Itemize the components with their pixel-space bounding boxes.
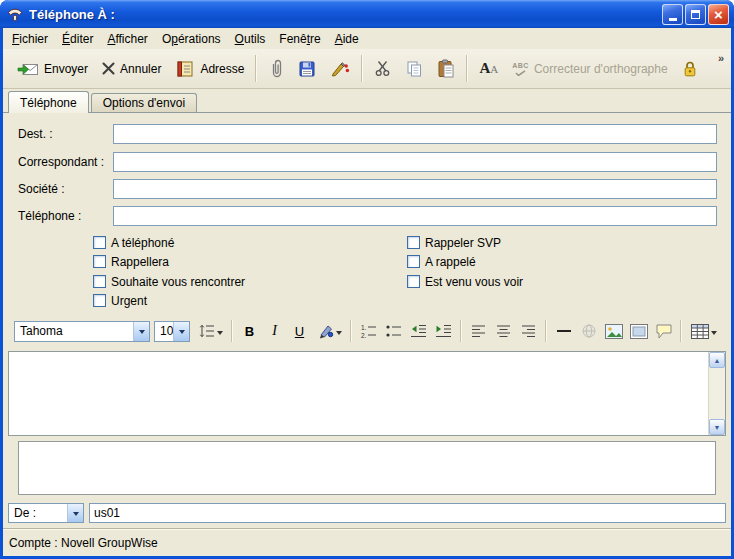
phone-icon bbox=[7, 7, 23, 22]
from-combo[interactable]: De : bbox=[8, 503, 84, 523]
titlebar[interactable]: Téléphone À : × bbox=[0, 0, 734, 28]
align-right-icon bbox=[521, 324, 536, 338]
bold-icon: B bbox=[245, 324, 254, 339]
font-aa-icon: AA bbox=[479, 61, 498, 76]
close-button[interactable]: × bbox=[708, 4, 729, 25]
minimize-button[interactable] bbox=[662, 4, 683, 25]
indent-button[interactable] bbox=[432, 320, 455, 342]
menu-item-operations[interactable]: Opérations bbox=[155, 29, 228, 49]
attach-file-button[interactable] bbox=[261, 55, 291, 83]
telephone-input[interactable] bbox=[113, 206, 717, 226]
address-label: Adresse bbox=[200, 62, 244, 76]
checkbox-box[interactable] bbox=[93, 294, 106, 307]
checkbox-a-telephone[interactable]: A téléphoné bbox=[93, 235, 174, 250]
checkbox-est-venu-vous-voir[interactable]: Est venu vous voir bbox=[407, 274, 523, 289]
tab-telephone-label: Téléphone bbox=[20, 96, 77, 110]
numbered-list-button[interactable]: 1. 2. bbox=[357, 320, 380, 342]
align-right-button[interactable] bbox=[517, 320, 540, 342]
body-scrollbar[interactable]: ▲ ▼ bbox=[708, 352, 725, 435]
svg-text:1.: 1. bbox=[361, 324, 367, 331]
tab-telephone[interactable]: Téléphone bbox=[8, 91, 89, 113]
cancel-button[interactable]: Annuler bbox=[95, 58, 168, 80]
align-center-button[interactable] bbox=[492, 320, 515, 342]
scroll-down-button[interactable]: ▼ bbox=[709, 419, 725, 435]
toolbar-separator bbox=[255, 55, 257, 82]
chevron-down-icon[interactable] bbox=[133, 322, 149, 341]
checkbox-box[interactable] bbox=[93, 236, 106, 249]
checkbox-rappellera[interactable]: Rappellera bbox=[93, 254, 169, 269]
checkbox-box[interactable] bbox=[407, 255, 420, 268]
font-button[interactable]: AA bbox=[472, 57, 505, 80]
font-family-combo[interactable]: Tahoma bbox=[14, 321, 150, 342]
maximize-button[interactable] bbox=[685, 4, 706, 25]
menu-item-afficher[interactable]: Afficher bbox=[100, 29, 154, 49]
bullet-list-button[interactable] bbox=[382, 320, 405, 342]
globe-link-icon bbox=[581, 323, 597, 339]
chevron-down-icon[interactable] bbox=[67, 504, 83, 522]
checkbox-rappeler-svp[interactable]: Rappeler SVP bbox=[407, 235, 501, 250]
toolbar-separator bbox=[231, 320, 233, 342]
message-body[interactable] bbox=[9, 352, 708, 435]
signature-button[interactable] bbox=[323, 56, 357, 82]
spellcheck-abc-icon: ABC bbox=[512, 62, 529, 76]
align-left-button[interactable] bbox=[467, 320, 490, 342]
checkbox-a-rappele[interactable]: A rappelé bbox=[407, 254, 476, 269]
send-icon bbox=[17, 60, 39, 78]
checkbox-souhaite-vous-rencontrer[interactable]: Souhaite vous rencontrer bbox=[93, 274, 245, 289]
menu-item-fichier[interactable]: Fichier bbox=[5, 29, 55, 49]
menu-item-aide[interactable]: Aide bbox=[328, 29, 366, 49]
paste-button[interactable] bbox=[430, 55, 462, 82]
field-row-societe: Société : bbox=[3, 179, 731, 199]
checkbox-label: A téléphoné bbox=[111, 236, 174, 250]
checkbox-urgent[interactable]: Urgent bbox=[93, 293, 147, 308]
menu-item-fenetre[interactable]: Fenêtre bbox=[272, 29, 327, 49]
save-button[interactable] bbox=[291, 56, 323, 82]
tab-options-envoi-label: Options d'envoi bbox=[103, 96, 185, 110]
checkbox-box[interactable] bbox=[93, 275, 106, 288]
text-color-button[interactable] bbox=[313, 320, 345, 342]
bold-button[interactable]: B bbox=[238, 320, 261, 342]
attachments-pane[interactable] bbox=[18, 441, 716, 495]
cut-button[interactable] bbox=[367, 56, 398, 81]
insert-table-button[interactable] bbox=[687, 320, 721, 342]
horizontal-rule-button[interactable] bbox=[552, 320, 575, 342]
address-book-icon bbox=[175, 60, 195, 78]
checkbox-label: Est venu vous voir bbox=[425, 275, 523, 289]
correspondant-input[interactable] bbox=[113, 152, 717, 172]
from-account-input[interactable] bbox=[89, 503, 726, 523]
insert-frame-button[interactable] bbox=[627, 320, 650, 342]
lock-button[interactable] bbox=[675, 55, 705, 82]
tab-options-envoi[interactable]: Options d'envoi bbox=[91, 93, 197, 112]
toolbar-separator bbox=[545, 320, 547, 342]
address-button[interactable]: Adresse bbox=[168, 56, 251, 82]
menu-item-outils[interactable]: Outils bbox=[228, 29, 273, 49]
send-button[interactable]: Envoyer bbox=[10, 56, 95, 82]
send-label: Envoyer bbox=[44, 62, 88, 76]
line-spacing-button[interactable] bbox=[196, 320, 226, 342]
italic-button[interactable]: I bbox=[263, 320, 286, 342]
checkbox-box[interactable] bbox=[93, 255, 106, 268]
toolbar: Envoyer Annuler bbox=[3, 49, 731, 89]
line-spacing-icon bbox=[199, 323, 215, 339]
chevron-down-icon bbox=[711, 331, 717, 338]
checkbox-box[interactable] bbox=[407, 236, 420, 249]
toolbar-separator bbox=[680, 320, 682, 342]
toolbar-overflow-button[interactable]: » bbox=[715, 50, 727, 66]
societe-input[interactable] bbox=[113, 179, 717, 199]
hyperlink-button[interactable] bbox=[577, 320, 600, 342]
font-size-combo[interactable]: 10 bbox=[154, 321, 190, 342]
dest-input[interactable] bbox=[113, 124, 717, 144]
copy-button[interactable] bbox=[398, 56, 430, 82]
insert-callout-button[interactable] bbox=[652, 320, 675, 342]
outdent-button[interactable] bbox=[407, 320, 430, 342]
scroll-up-button[interactable]: ▲ bbox=[709, 352, 725, 368]
checkbox-label: Souhaite vous rencontrer bbox=[111, 275, 245, 289]
underline-button[interactable]: U bbox=[288, 320, 311, 342]
chevron-down-icon[interactable] bbox=[173, 322, 189, 341]
field-row-dest: Dest. : bbox=[3, 124, 731, 144]
menu-item-editer[interactable]: Éditer bbox=[55, 29, 100, 49]
correspondant-label: Correspondant : bbox=[18, 155, 104, 169]
checkbox-box[interactable] bbox=[407, 275, 420, 288]
insert-image-button[interactable] bbox=[602, 320, 625, 342]
spellcheck-button[interactable]: ABC Correcteur d'orthographe bbox=[505, 58, 674, 80]
